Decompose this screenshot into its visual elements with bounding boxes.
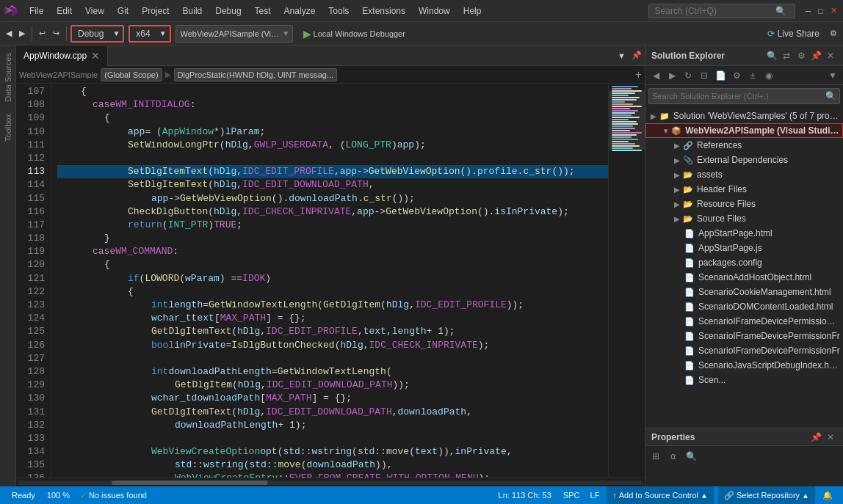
solution-explorer-options-btn[interactable]: ⚙: [795, 49, 808, 62]
se-properties-btn[interactable]: ⚙: [729, 68, 744, 83]
se-search-box[interactable]: 🔍: [648, 88, 840, 104]
pin-tab-button[interactable]: 📌: [629, 51, 645, 60]
platform-dropdown[interactable]: x64 ▼: [129, 25, 170, 43]
se-filter-btn[interactable]: ▼: [825, 68, 840, 83]
indent-style[interactable]: SPC: [559, 491, 585, 500]
select-repository-button[interactable]: 🔗 Select Repository ▲: [718, 486, 815, 504]
tree-item-scenario-jsdebug[interactable]: 📄 ScenarioJavaScriptDebugIndex.html: [645, 358, 843, 373]
code-line-111: SetWindowLongPtr(hDlg, GWLP_USERDATA, (L…: [57, 139, 608, 152]
forward-button[interactable]: ▶: [16, 27, 28, 40]
tree-item-appstartpage-js[interactable]: 📄 AppStartPage.js: [645, 241, 843, 255]
global-search-input[interactable]: [655, 6, 773, 16]
redo-button[interactable]: ↪: [50, 27, 62, 40]
props-pin-btn[interactable]: 📌: [809, 431, 822, 444]
settings-button[interactable]: ⚙: [827, 27, 840, 40]
ln-108: 108: [16, 98, 45, 112]
global-search-box[interactable]: 🔍: [648, 4, 795, 18]
code-line-127: [57, 352, 608, 365]
zoom-level[interactable]: 100 %: [43, 491, 74, 500]
close-button[interactable]: ✕: [828, 4, 840, 17]
add-watch-button[interactable]: +: [635, 68, 642, 81]
se-git-changes-btn[interactable]: ±: [745, 68, 760, 83]
horizontal-scrollbar[interactable]: [16, 478, 645, 486]
add-to-source-control-button[interactable]: ↑ Add to Source Control ▲: [607, 486, 714, 504]
tree-item-external-deps[interactable]: ▶ 📎 External Dependencies: [645, 153, 843, 167]
props-categorized-btn[interactable]: ⊞: [648, 449, 663, 464]
notification-button[interactable]: 🔔: [818, 491, 837, 500]
data-sources-tab[interactable]: Data Sources: [2, 48, 14, 106]
tree-item-appstartpage-html[interactable]: 📄 AppStartPage.html: [645, 226, 843, 241]
menu-edit[interactable]: Edit: [51, 4, 78, 18]
start-debugger-button[interactable]: ▶ Local Windows Debugger: [297, 26, 411, 41]
code-line-119: case WM_COMMAND:: [57, 245, 608, 258]
restore-button[interactable]: □: [815, 4, 826, 17]
code-line-124: wchar_t text[MAX_PATH] = {};: [57, 312, 608, 325]
tree-item-source-files[interactable]: ▶ 📂 Source Files: [645, 211, 843, 226]
error-count[interactable]: ✓ No issues found: [76, 491, 151, 500]
project-root-item[interactable]: ▼ 📦 WebView2APISample (Visual Studio A: [645, 123, 843, 138]
undo-button[interactable]: ↩: [36, 27, 48, 40]
tree-item-scenario-cookie[interactable]: 📄 ScenarioCookieManagement.html: [645, 285, 843, 299]
tree-item-assets[interactable]: ▶ 📂 assets: [645, 167, 843, 182]
scenario-iframe1-label: ScenarioIFrameDevicePermission.ht: [698, 316, 840, 326]
menu-tools[interactable]: Tools: [322, 4, 355, 18]
ready-status[interactable]: Ready: [6, 491, 41, 500]
expand-tabs-button[interactable]: ▼: [615, 51, 629, 60]
breadcrumb-member-dropdown[interactable]: DlgProcStatic(HWND hDlg, UINT messag...: [174, 68, 338, 81]
menu-help[interactable]: Help: [457, 4, 488, 18]
tree-item-scenario-iframe3[interactable]: 📄 ScenarioIFrameDevicePermissionFr: [645, 343, 843, 358]
search-solution-btn[interactable]: 🔍: [765, 49, 778, 62]
tree-item-references[interactable]: ▶ 🔗 References: [645, 138, 843, 153]
menu-git[interactable]: Git: [112, 4, 134, 18]
props-close-btn[interactable]: ✕: [824, 431, 837, 444]
source-files-label: Source Files: [697, 213, 746, 224]
menu-debug[interactable]: Debug: [209, 4, 247, 18]
tree-item-scenario-dom[interactable]: 📄 ScenarioDOMContentLoaded.html: [645, 299, 843, 314]
tree-item-scenario-iframe2[interactable]: 📄 ScenarioIFrameDevicePermissionFr: [645, 329, 843, 343]
se-preview-btn[interactable]: ◉: [761, 68, 776, 83]
menu-view[interactable]: View: [79, 4, 110, 18]
tree-item-resource-files[interactable]: ▶ 📂 Resource Files: [645, 197, 843, 211]
sync-with-active-btn[interactable]: ⇄: [780, 49, 793, 62]
code-line-129: GetDlgItem(hDlg, IDC_EDIT_DOWNLOAD_PATH)…: [57, 379, 608, 392]
se-search-input[interactable]: [652, 92, 825, 101]
code-content[interactable]: { case WM_INITDIALOG: { app = (AppWindow…: [51, 84, 608, 478]
tab-close-icon[interactable]: ✕: [91, 50, 100, 62]
tab-appwindow-cpp[interactable]: AppWindow.cpp ✕: [16, 45, 108, 66]
liveshare-button[interactable]: ⟳ Live Share: [761, 27, 825, 40]
tree-item-scenario-addhost[interactable]: 📄 ScenarioAddHostObject.html: [645, 270, 843, 285]
tree-item-packages-config[interactable]: 📄 packages.config: [645, 255, 843, 270]
cursor-position[interactable]: Ln: 113 Ch: 53: [493, 491, 557, 500]
props-alphabetical-btn[interactable]: ⍺: [666, 449, 681, 464]
se-back-btn[interactable]: ◀: [648, 68, 663, 83]
menu-project[interactable]: Project: [136, 4, 175, 18]
se-refresh-btn[interactable]: ↻: [681, 68, 695, 83]
line-endings[interactable]: LF: [585, 491, 604, 500]
tree-item-scenario-last[interactable]: 📄 Scen...: [645, 373, 843, 387]
tree-item-header-files[interactable]: ▶ 📂 Header Files: [645, 182, 843, 197]
menu-analyze[interactable]: Analyze: [278, 4, 322, 18]
menu-extensions[interactable]: Extensions: [356, 4, 411, 18]
back-button[interactable]: ◀: [3, 27, 15, 40]
se-forward-btn[interactable]: ▶: [665, 68, 679, 83]
breadcrumb-scope-dropdown[interactable]: (Global Scope): [101, 68, 162, 81]
ln-133: 133: [16, 432, 45, 445]
props-search-btn[interactable]: 🔍: [684, 449, 698, 464]
minimize-button[interactable]: ─: [803, 4, 814, 17]
solution-root-item[interactable]: ▶ 📁 Solution 'WebView2Samples' (5 of 7 p…: [645, 109, 843, 123]
se-show-all-files-btn[interactable]: 📄: [713, 68, 728, 83]
toolbox-tab[interactable]: Toolbox: [2, 109, 14, 146]
breadcrumb-project[interactable]: WebView2APISample: [19, 70, 98, 79]
tree-item-scenario-iframe1[interactable]: 📄 ScenarioIFrameDevicePermission.ht: [645, 314, 843, 329]
menu-window[interactable]: Window: [413, 4, 456, 18]
se-collapse-btn[interactable]: ⊟: [697, 68, 712, 83]
ln-121: 121: [16, 272, 45, 285]
menu-test[interactable]: Test: [249, 4, 277, 18]
main-content: Data Sources Toolbox AppWindow.cpp ✕ ▼ 📌…: [0, 45, 843, 486]
close-panel-btn[interactable]: ✕: [824, 49, 837, 62]
menu-file[interactable]: File: [23, 4, 49, 18]
menu-build[interactable]: Build: [177, 4, 209, 18]
pin-panel-btn[interactable]: 📌: [809, 49, 822, 62]
debug-config-dropdown[interactable]: Debug ▼: [70, 25, 124, 43]
startup-project-dropdown[interactable]: WebView2APISample (Visual Studi... ▼: [176, 25, 293, 43]
